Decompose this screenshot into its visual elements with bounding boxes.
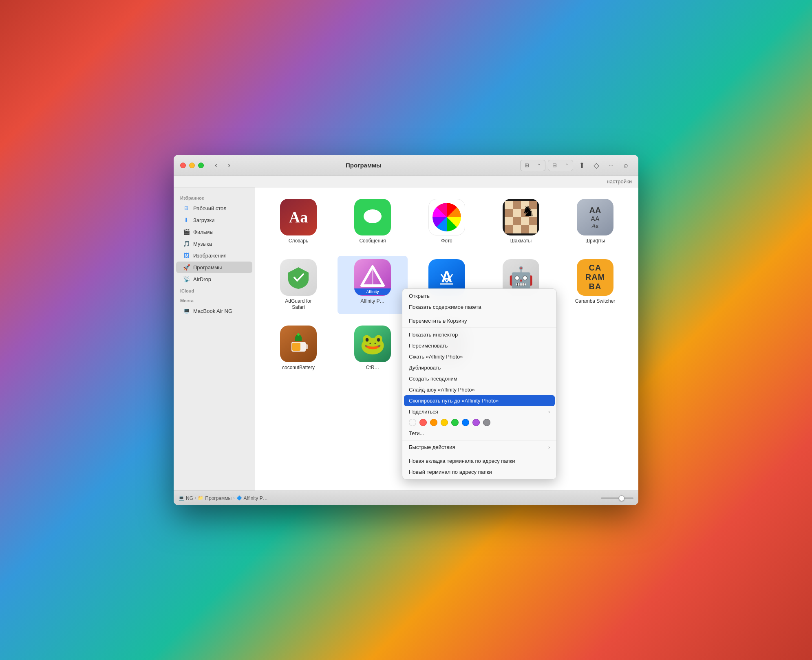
file-item-ctr[interactable]: 🐸 CtR…	[338, 322, 408, 374]
window-title: Программы	[207, 162, 520, 169]
adguard-label: AdGuard for Safari	[278, 298, 319, 311]
breadcrumb-ng-icon: 💻	[179, 495, 184, 501]
svg-point-12	[297, 333, 300, 336]
sidebar-item-music[interactable]: 🎵 Музыка	[176, 238, 252, 249]
file-item-adguard[interactable]: AdGuard for Safari	[263, 256, 333, 314]
sidebar-item-apps[interactable]: 🚀 Программы	[176, 262, 252, 273]
sidebar-item-movies[interactable]: 🎬 Фильмы	[176, 226, 252, 238]
sep-2: ›	[233, 496, 234, 500]
title-bar: ‹ › Программы ⊞ ⌃ ⊟ ⌃ ⬆ ◇ ··· ⌕	[174, 155, 638, 176]
context-open[interactable]: Открыть	[402, 290, 556, 301]
file-item-messages[interactable]: Сообщения	[338, 196, 408, 248]
traffic-lights	[180, 163, 204, 168]
sidebar-item-images[interactable]: 🖼 Изображения	[176, 250, 252, 261]
places-section: Места	[174, 295, 255, 305]
color-dot-none[interactable]	[409, 419, 416, 426]
breadcrumb-ng[interactable]: NG	[186, 495, 193, 501]
file-item-fonts[interactable]: AA AA Aa Шрифты	[560, 196, 630, 248]
color-dot-green[interactable]	[451, 419, 459, 426]
context-copy-path[interactable]: Скопировать путь до «Affinity Photo»	[404, 395, 555, 406]
svg-point-0	[364, 209, 382, 223]
sidebar-apps-label: Программы	[193, 264, 222, 271]
color-dot-gray[interactable]	[483, 419, 490, 426]
context-new-terminal-tab[interactable]: Новая вкладка терминала по адресу папки	[402, 455, 556, 466]
slider-container	[601, 497, 633, 499]
color-dot-yellow[interactable]	[441, 419, 448, 426]
svg-rect-11	[292, 343, 300, 351]
sidebar-desktop-label: Рабочий стол	[193, 205, 227, 211]
sidebar-music-label: Музыка	[193, 241, 212, 247]
file-item-coconut[interactable]: coconutBattery	[263, 322, 333, 374]
color-dot-orange[interactable]	[430, 419, 437, 426]
color-dot-red[interactable]	[419, 419, 427, 426]
context-new-terminal[interactable]: Новый терминал по адресу папки	[402, 466, 556, 477]
share-button[interactable]: ⬆	[576, 159, 588, 172]
context-alias[interactable]: Создать псевдоним	[402, 373, 556, 384]
file-item-photos[interactable]: Фото	[412, 196, 482, 248]
context-tags[interactable]: Теги...	[402, 428, 556, 439]
context-show-package[interactable]: Показать содержимое пакета	[402, 301, 556, 312]
macbook-icon: 💻	[183, 307, 190, 315]
coconut-icon	[280, 326, 317, 362]
slider-thumb	[619, 495, 624, 501]
file-item-caramba[interactable]: CA RAM BA Caramba Switcher	[560, 256, 630, 314]
context-compress[interactable]: Сжать «Affinity Photo»	[402, 351, 556, 362]
caramba-icon: CA RAM BA	[577, 259, 613, 296]
maximize-button[interactable]	[198, 163, 204, 168]
context-rename[interactable]: Переименовать	[402, 340, 556, 351]
file-item-slovar[interactable]: Aa Словарь	[263, 196, 333, 248]
toolbar-right: ⊞ ⌃ ⊟ ⌃ ⬆ ◇ ··· ⌕	[520, 159, 632, 172]
ctr-icon: 🐸	[354, 326, 391, 362]
context-inspector[interactable]: Показать инспектор	[402, 329, 556, 340]
settings-label[interactable]: настройки	[607, 178, 632, 185]
breadcrumb-affinity[interactable]: Affinity P…	[244, 495, 268, 501]
icon-view-button[interactable]: ⊞	[521, 160, 533, 171]
context-quick-actions[interactable]: Быстрые действия ›	[402, 442, 556, 453]
finder-window: ‹ › Программы ⊞ ⌃ ⊟ ⌃ ⬆ ◇ ··· ⌕ настройк…	[174, 155, 638, 505]
caramba-label: Caramba Switcher	[575, 298, 616, 305]
file-item-affinity[interactable]: Affinity Affinity P…	[338, 256, 408, 314]
context-share[interactable]: Поделиться ›	[402, 406, 556, 417]
chess-icon: ♞	[503, 199, 539, 235]
sidebar-item-macbook[interactable]: 💻 MacBook Air NG	[176, 305, 252, 317]
close-button[interactable]	[180, 163, 186, 168]
sidebar-item-downloads[interactable]: ⬇ Загрузки	[176, 214, 252, 226]
favorites-section: Избранное	[174, 192, 255, 202]
size-slider[interactable]	[601, 497, 633, 499]
main-content: Избранное 🖥 Рабочий стол ⬇ Загрузки 🎬 Фи…	[174, 187, 638, 491]
messages-icon	[354, 199, 391, 235]
color-dot-blue[interactable]	[462, 419, 469, 426]
apps-icon: 🚀	[183, 264, 190, 271]
music-icon: 🎵	[183, 240, 190, 247]
settings-bar: настройки	[174, 176, 638, 187]
messages-label: Сообщения	[359, 238, 386, 244]
sidebar-item-desktop[interactable]: 🖥 Рабочий стол	[176, 202, 252, 214]
breadcrumb-apps[interactable]: Программы	[205, 495, 232, 501]
icon-view-up-button[interactable]: ⌃	[533, 160, 545, 171]
sidebar-item-airdrop[interactable]: 📡 AirDrop	[176, 273, 252, 285]
slovar-icon: Aa	[280, 199, 317, 235]
chess-label: Шахматы	[510, 238, 532, 244]
view-toggle: ⊞ ⌃	[520, 160, 545, 171]
fonts-icon: AA AA Aa	[577, 199, 613, 235]
fonts-label: Шрифты	[585, 238, 605, 244]
breadcrumb: 💻 NG › 📁 Программы › 🔷 Affinity P…	[179, 495, 268, 501]
list-view-down-button[interactable]: ⌃	[560, 160, 573, 171]
color-dot-purple[interactable]	[472, 419, 480, 426]
search-button[interactable]: ⌕	[620, 159, 632, 172]
list-view-button[interactable]: ⊟	[548, 160, 560, 171]
airdrop-icon: 📡	[183, 275, 190, 283]
context-trash[interactable]: Переместить в Корзину	[402, 315, 556, 326]
ctr-label: CtR…	[366, 365, 380, 371]
desktop-icon: 🖥	[183, 205, 190, 212]
more-button[interactable]: ···	[605, 159, 617, 172]
tag-button[interactable]: ◇	[590, 159, 602, 172]
context-slideshow[interactable]: Слайд-шоу «Affinity Photo»	[402, 384, 556, 395]
file-item-chess[interactable]: ♞ Шахматы	[486, 196, 556, 248]
breadcrumb-apps-icon: 📁	[198, 495, 203, 501]
view-toggle-2: ⊟ ⌃	[548, 160, 573, 171]
context-duplicate[interactable]: Дублировать	[402, 362, 556, 373]
svg-rect-10	[306, 344, 308, 349]
minimize-button[interactable]	[189, 163, 195, 168]
separator-3	[402, 440, 556, 440]
